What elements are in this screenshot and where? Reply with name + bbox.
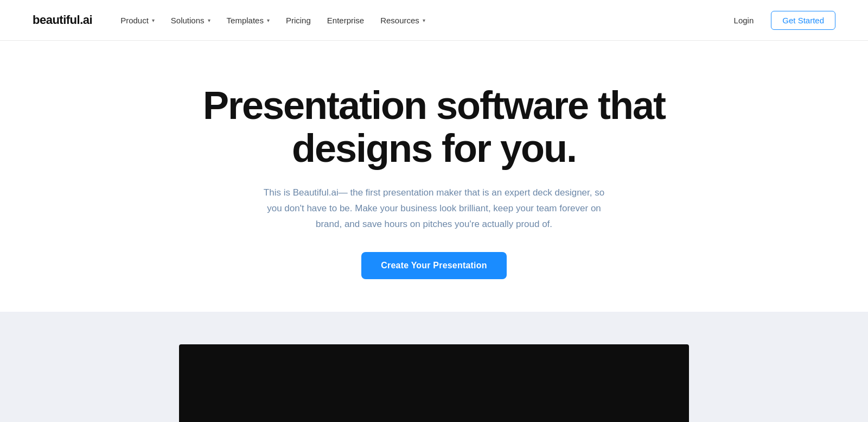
nav-item-templates[interactable]: Templates ▾	[220, 11, 276, 29]
hero-section: Presentation software that designs for y…	[0, 41, 868, 312]
chevron-down-icon: ▾	[267, 17, 270, 23]
login-button[interactable]: Login	[725, 11, 763, 29]
nav-item-pricing[interactable]: Pricing	[279, 11, 317, 29]
hero-title: Presentation software that designs for y…	[203, 84, 665, 170]
demo-preview	[179, 344, 689, 422]
nav-item-solutions[interactable]: Solutions ▾	[164, 11, 217, 29]
nav-item-resources[interactable]: Resources ▾	[374, 11, 432, 29]
nav-item-product[interactable]: Product ▾	[114, 11, 161, 29]
chevron-down-icon: ▾	[423, 17, 425, 23]
chevron-down-icon: ▾	[152, 17, 155, 23]
nav-label-resources: Resources	[380, 16, 419, 25]
hero-subtitle: This is Beautiful.ai— the first presenta…	[260, 185, 608, 232]
navbar-right: Login Get Started	[725, 11, 835, 30]
hero-title-line1: Presentation software that	[203, 84, 665, 127]
nav-label-pricing: Pricing	[286, 16, 311, 25]
nav-label-product: Product	[120, 16, 149, 25]
gray-section	[0, 312, 868, 422]
nav-label-templates: Templates	[227, 16, 264, 25]
navbar-left: beautiful.ai Product ▾ Solutions ▾ Templ…	[33, 11, 432, 29]
hero-title-line2: designs for you.	[292, 127, 576, 170]
create-presentation-button[interactable]: Create Your Presentation	[361, 252, 506, 279]
nav-items: Product ▾ Solutions ▾ Templates ▾ Pricin…	[114, 11, 432, 29]
nav-label-enterprise: Enterprise	[327, 16, 364, 25]
nav-item-enterprise[interactable]: Enterprise	[321, 11, 371, 29]
logo[interactable]: beautiful.ai	[33, 13, 92, 27]
navbar: beautiful.ai Product ▾ Solutions ▾ Templ…	[0, 0, 868, 41]
nav-label-solutions: Solutions	[171, 16, 205, 25]
get-started-button[interactable]: Get Started	[771, 11, 835, 30]
chevron-down-icon: ▾	[208, 17, 210, 23]
